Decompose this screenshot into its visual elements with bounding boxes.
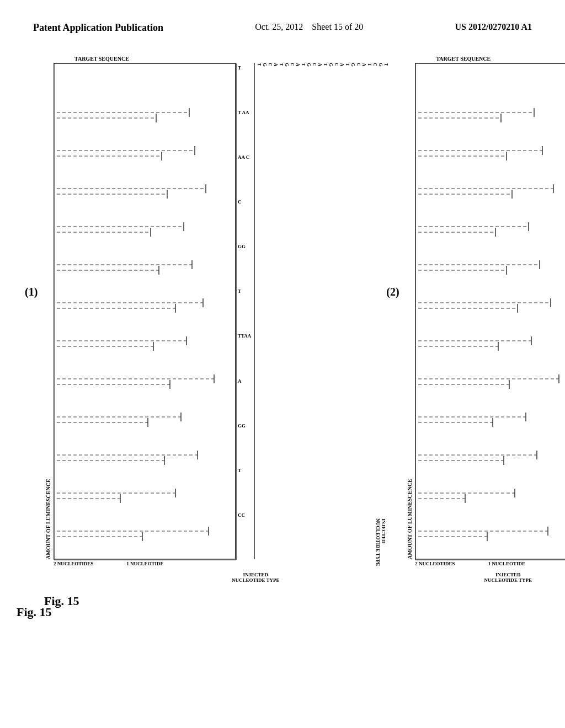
page-header: Patent Application Publication Oct. 25, … bbox=[0, 0, 565, 45]
chart-2-top-label: TARGET SEQUENCE bbox=[436, 56, 565, 62]
chart-2-bottom-labels: 2 NUCLEOTIDES 1 NUCLEOTIDE bbox=[415, 561, 565, 566]
chart-1-seq-labels: T T AA AA C C GG T TTAA A GG T CC bbox=[238, 63, 251, 559]
publication-title: Patent Application Publication bbox=[33, 22, 163, 34]
chart-1-inner: AMOUNT OF LUMINESCENCE bbox=[44, 63, 389, 559]
chart-1-bottom-labels: 2 NUCLEOTIDES 1 NUCLEOTIDE INJECTED NUCL… bbox=[54, 561, 389, 566]
publication-meta: Oct. 25, 2012 Sheet 15 of 20 bbox=[255, 22, 363, 32]
chart-1-number: (1) bbox=[25, 286, 38, 298]
bottom-area: INJECTEDNUCLEOTIDE TYPE INJECTEDNUCLEOTI… bbox=[88, 572, 548, 583]
chart-2-inner: AMOUNT OF LUMINESCENCE bbox=[406, 63, 565, 559]
figure-label: Fig. 15 bbox=[17, 605, 52, 619]
injected-label-1: INJECTEDNUCLEOTIDE TYPE bbox=[232, 572, 280, 583]
publication-date: Oct. 25, 2012 bbox=[255, 22, 303, 31]
chart-1-y-axis: AMOUNT OF LUMINESCENCE bbox=[44, 63, 52, 559]
patent-number: US 2012/0270210 A1 bbox=[455, 22, 532, 32]
chart-1-nucleotide-col: T G C T A C G T A C G T A C G bbox=[254, 63, 389, 559]
sheet-info: Sheet 15 of 20 bbox=[312, 22, 363, 31]
chart-1: (1) TARGET SEQUENCE AMOUNT OF LUMINESCEN… bbox=[44, 56, 389, 566]
chart-2-y-axis: AMOUNT OF LUMINESCENCE bbox=[406, 63, 413, 559]
chart-2-svg bbox=[415, 63, 565, 559]
chart-1-top-label: TARGET SEQUENCE bbox=[74, 56, 389, 62]
injected-label-2: INJECTEDNUCLEOTIDE TYPE bbox=[484, 572, 532, 583]
fig-label: Fig. 15 bbox=[44, 594, 548, 608]
chart-2-number: (2) bbox=[386, 286, 399, 298]
chart-1-svg bbox=[54, 63, 236, 559]
chart-2: (2) TARGET SEQUENCE AMOUNT OF LUMINESCEN… bbox=[406, 56, 565, 566]
